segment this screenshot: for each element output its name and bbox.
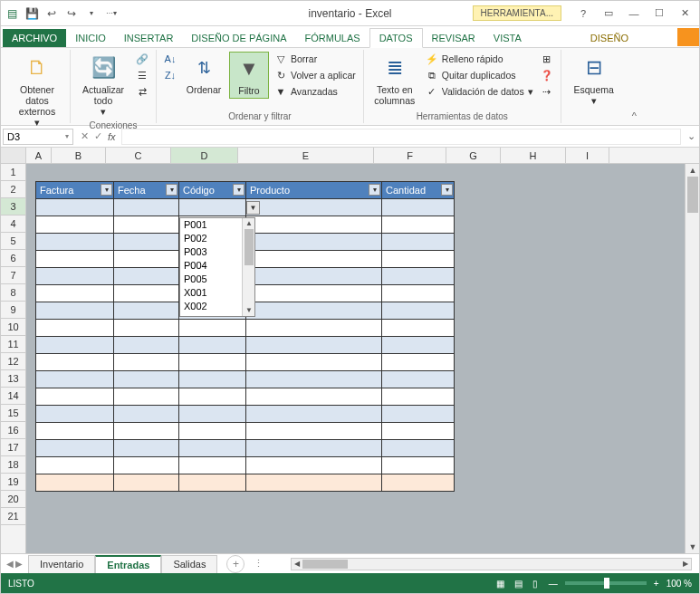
table-cell[interactable] bbox=[179, 337, 246, 354]
dropdown-item[interactable]: X003 bbox=[180, 313, 242, 316]
expand-formula-bar-icon[interactable]: ⌄ bbox=[683, 130, 699, 142]
table-cell[interactable] bbox=[36, 440, 114, 457]
table-cell[interactable] bbox=[114, 251, 179, 268]
table-cell[interactable] bbox=[36, 371, 114, 388]
collapse-ribbon-button[interactable]: ^ bbox=[627, 50, 642, 123]
table-cell[interactable] bbox=[36, 457, 114, 474]
table-cell[interactable] bbox=[382, 251, 455, 268]
dropdown-item[interactable]: P002 bbox=[180, 232, 242, 245]
relationships-button[interactable]: ⇢ bbox=[539, 84, 555, 99]
table-cell[interactable] bbox=[382, 457, 455, 474]
scroll-thumb[interactable] bbox=[245, 229, 254, 265]
tab-datos[interactable]: DATOS bbox=[369, 28, 423, 48]
tab-file[interactable]: ARCHIVO bbox=[3, 29, 66, 47]
table-cell[interactable] bbox=[36, 406, 114, 423]
column-header-I[interactable]: I bbox=[566, 148, 609, 163]
row-header-21[interactable]: 21 bbox=[1, 508, 25, 525]
sheet-tab-inventario[interactable]: Inventario bbox=[28, 555, 95, 573]
table-cell[interactable] bbox=[36, 234, 114, 251]
table-cell[interactable] bbox=[36, 423, 114, 440]
table-cell[interactable] bbox=[246, 371, 382, 388]
table-cell[interactable] bbox=[179, 320, 246, 337]
table-cell[interactable] bbox=[114, 234, 179, 251]
save-icon[interactable]: 💾 bbox=[24, 6, 39, 21]
table-cell[interactable] bbox=[382, 234, 455, 251]
vertical-scrollbar[interactable]: ▲ ▼ bbox=[685, 164, 699, 553]
what-if-button[interactable]: ❓ bbox=[539, 68, 555, 82]
row-header-8[interactable]: 8 bbox=[1, 284, 25, 302]
table-cell[interactable] bbox=[179, 457, 246, 474]
namebox-dropdown-icon[interactable]: ▾ bbox=[65, 132, 69, 140]
row-header-10[interactable]: 10 bbox=[1, 319, 25, 336]
ribbon-display-icon[interactable]: ▭ bbox=[598, 5, 619, 23]
table-cell[interactable] bbox=[114, 320, 179, 337]
zoom-out-button[interactable]: — bbox=[549, 579, 558, 589]
table-cell[interactable] bbox=[246, 457, 382, 474]
column-header-A[interactable]: A bbox=[26, 148, 52, 163]
table-cell[interactable] bbox=[246, 388, 382, 406]
table-cell[interactable] bbox=[114, 199, 179, 216]
row-header-11[interactable]: 11 bbox=[1, 336, 25, 353]
table-cell[interactable] bbox=[36, 354, 114, 371]
zoom-slider[interactable] bbox=[565, 581, 647, 585]
table-cell[interactable] bbox=[246, 406, 382, 423]
help-icon[interactable]: ? bbox=[572, 5, 594, 23]
normal-view-icon[interactable]: ▦ bbox=[493, 579, 508, 589]
data-validation-button[interactable]: ✓Validación de datos▾ bbox=[424, 84, 535, 99]
qat-more-icon[interactable]: ▾ bbox=[84, 6, 99, 21]
enter-formula-icon[interactable]: ✓ bbox=[94, 130, 102, 142]
get-external-data-button[interactable]: 🗋 Obtener datos externos▾ bbox=[10, 52, 64, 129]
tab-revisar[interactable]: REVISAR bbox=[423, 29, 484, 47]
dropdown-item[interactable]: P004 bbox=[180, 259, 242, 273]
dropdown-item[interactable]: X002 bbox=[180, 300, 242, 313]
tab-formulas[interactable]: FÓRMULAS bbox=[296, 29, 369, 47]
row-header-5[interactable]: 5 bbox=[1, 233, 25, 250]
remove-duplicates-button[interactable]: ⧉Quitar duplicados bbox=[424, 68, 535, 82]
sheet-tab-entradas[interactable]: Entradas bbox=[95, 555, 161, 573]
table-cell[interactable] bbox=[179, 388, 246, 406]
connections-button[interactable]: 🔗 bbox=[134, 52, 150, 66]
column-header-D[interactable]: D bbox=[171, 148, 238, 163]
table-cell[interactable] bbox=[382, 285, 455, 302]
sort-asc-button[interactable]: A↓ bbox=[162, 52, 178, 66]
new-sheet-button[interactable]: + bbox=[226, 555, 245, 573]
scroll-right-icon[interactable]: ▶ bbox=[680, 559, 691, 570]
tab-inicio[interactable]: INICIO bbox=[66, 29, 115, 47]
column-header-F[interactable]: F bbox=[374, 148, 446, 163]
filter-button-cantidad[interactable]: ▾ bbox=[441, 184, 453, 196]
dropdown-item[interactable]: P005 bbox=[180, 273, 242, 286]
table-cell[interactable] bbox=[36, 474, 114, 492]
sheet-nav-next-icon[interactable]: ▶ bbox=[15, 559, 23, 569]
dropdown-item[interactable]: P003 bbox=[180, 245, 242, 259]
table-cell[interactable] bbox=[36, 285, 114, 302]
table-cell[interactable] bbox=[114, 406, 179, 423]
select-all-cells[interactable] bbox=[1, 148, 26, 163]
table-cell[interactable] bbox=[114, 302, 179, 320]
row-header-16[interactable]: 16 bbox=[1, 422, 25, 439]
outline-button[interactable]: ⊟ Esquema▾ bbox=[567, 52, 621, 108]
table-cell[interactable] bbox=[114, 285, 179, 302]
row-header-6[interactable]: 6 bbox=[1, 250, 25, 267]
table-cell[interactable] bbox=[246, 423, 382, 440]
table-cell[interactable] bbox=[382, 354, 455, 371]
advanced-filter-button[interactable]: ▼Avanzadas bbox=[273, 84, 358, 99]
page-break-view-icon[interactable]: ▯ bbox=[529, 579, 542, 589]
horizontal-scrollbar[interactable]: ◀ ▶ bbox=[291, 558, 692, 570]
table-cell[interactable] bbox=[36, 388, 114, 406]
scroll-down-icon[interactable]: ▼ bbox=[243, 305, 255, 316]
scroll-up-icon[interactable]: ▲ bbox=[243, 218, 255, 229]
table-cell[interactable] bbox=[114, 354, 179, 371]
cells-area[interactable]: Factura▾Fecha▾Código▾Producto▾Cantidad▾ … bbox=[26, 164, 685, 553]
table-cell[interactable] bbox=[246, 440, 382, 457]
scroll-up-icon[interactable]: ▲ bbox=[686, 164, 699, 177]
table-cell[interactable] bbox=[382, 320, 455, 337]
row-header-18[interactable]: 18 bbox=[1, 456, 25, 474]
zoom-in-button[interactable]: + bbox=[654, 579, 659, 589]
table-cell[interactable] bbox=[179, 354, 246, 371]
table-cell[interactable] bbox=[114, 474, 179, 492]
table-cell[interactable] bbox=[114, 337, 179, 354]
table-cell[interactable] bbox=[179, 371, 246, 388]
tab-vista[interactable]: VISTA bbox=[484, 29, 531, 47]
undo-icon[interactable]: ↩ bbox=[44, 6, 59, 21]
row-header-12[interactable]: 12 bbox=[1, 353, 25, 370]
